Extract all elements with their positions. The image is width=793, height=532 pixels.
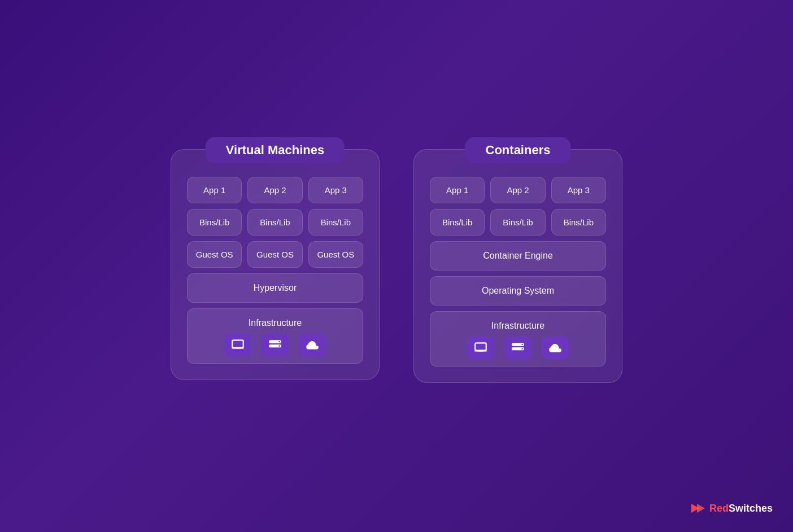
vm-app1: App 1 [187,177,242,203]
containers-infrastructure-label: Infrastructure [491,321,544,331]
vm-bins-row: Bins/Lib Bins/Lib Bins/Lib [187,209,363,236]
containers-cloud-icon [542,337,569,359]
diagram-container: Virtual Machines App 1 App 2 App 3 Bins/… [171,149,622,383]
svg-marker-15 [697,504,705,513]
containers-app2: App 2 [490,177,545,203]
brand-name-red: Red [709,503,729,514]
svg-point-6 [279,346,280,347]
vm-bins1: Bins/Lib [187,209,242,236]
vm-title-wrapper: Virtual Machines [206,137,345,163]
brand-logo-icon [689,500,705,516]
containers-rack-icon [504,337,531,359]
brand-name: RedSwitches [709,503,773,514]
containers-title-wrapper: Containers [465,137,571,163]
svg-rect-9 [478,351,484,351]
vm-bins2: Bins/Lib [247,209,302,236]
containers-infra-icons [467,337,569,359]
vm-guestos-row: Guest OS Guest OS Guest OS [187,241,363,268]
vm-infrastructure-label: Infrastructure [249,318,302,328]
containers-bins2: Bins/Lib [490,209,545,236]
containers-bins1: Bins/Lib [430,209,485,236]
vm-guestos1: Guest OS [187,241,242,268]
brand-name-switches: Switches [729,503,773,514]
operating-system: Operating System [430,276,606,306]
svg-rect-7 [475,343,486,350]
svg-point-12 [522,344,523,345]
vm-cloud-icon [299,334,326,356]
containers-laptop-icon [467,337,494,359]
svg-rect-0 [232,340,243,347]
containers-app1: App 1 [430,177,485,203]
vm-app2: App 2 [247,177,302,203]
containers-content: App 1 App 2 App 3 Bins/Lib Bins/Lib Bins… [430,177,606,367]
container-engine: Container Engine [430,241,606,271]
containers-app3: App 3 [551,177,606,203]
containers-bins3: Bins/Lib [551,209,606,236]
vm-panel: Virtual Machines App 1 App 2 App 3 Bins/… [171,149,380,380]
vm-guestos3: Guest OS [308,241,363,268]
vm-guestos2: Guest OS [247,241,302,268]
vm-content: App 1 App 2 App 3 Bins/Lib Bins/Lib Bins… [187,177,363,364]
vm-bins3: Bins/Lib [308,209,363,236]
svg-point-5 [279,341,280,342]
svg-point-13 [522,348,523,350]
containers-panel: Containers App 1 App 2 App 3 Bins/Lib Bi… [413,149,622,383]
vm-infrastructure: Infrastructure [187,308,363,364]
vm-laptop-icon [224,334,251,356]
containers-infrastructure: Infrastructure [430,311,606,367]
containers-bins-row: Bins/Lib Bins/Lib Bins/Lib [430,209,606,236]
containers-apps-row: App 1 App 2 App 3 [430,177,606,203]
svg-rect-2 [235,348,241,348]
vm-hypervisor: Hypervisor [187,273,363,303]
containers-title: Containers [486,143,551,158]
vm-rack-icon [262,334,289,356]
vm-app3: App 3 [308,177,363,203]
vm-apps-row: App 1 App 2 App 3 [187,177,363,203]
brand: RedSwitches [689,500,773,516]
vm-title: Virtual Machines [226,143,324,158]
vm-infra-icons [224,334,326,356]
